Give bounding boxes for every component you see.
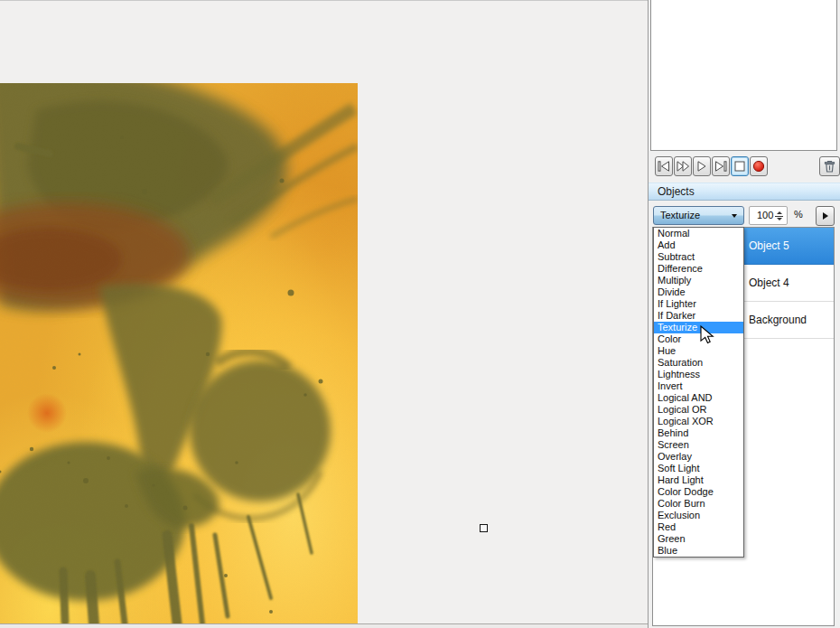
blend-mode-option[interactable]: If Lighter xyxy=(654,298,743,310)
blend-mode-option[interactable]: Hue xyxy=(654,345,743,357)
blend-mode-option[interactable]: Behind xyxy=(654,427,743,439)
selection-handle[interactable] xyxy=(480,524,488,532)
fast-forward-icon xyxy=(677,161,690,172)
objects-panel-controls: Texturize 100 % xyxy=(649,206,840,226)
blend-mode-option[interactable]: Screen xyxy=(654,439,743,451)
blend-mode-option[interactable]: Hard Light xyxy=(654,474,743,486)
stop-icon xyxy=(734,161,745,172)
blend-mode-option[interactable]: Logical XOR xyxy=(654,416,743,427)
transport-controls xyxy=(651,156,839,177)
mouse-cursor xyxy=(700,325,714,349)
blend-mode-option[interactable]: Subtract xyxy=(654,251,743,263)
chevron-down-icon xyxy=(732,214,737,218)
blend-mode-dropdown-list: NormalAddSubtractDifferenceMultiplyDivid… xyxy=(653,227,744,558)
record-button[interactable] xyxy=(750,156,768,176)
blend-mode-value: Texturize xyxy=(660,210,700,220)
watercolor-image xyxy=(0,83,358,623)
app-window: { "workspace": { "artwork_name": "yellow… xyxy=(0,0,840,628)
object-label: Object 4 xyxy=(749,277,789,289)
blend-mode-select[interactable]: Texturize xyxy=(653,206,744,225)
objects-panel-header[interactable]: Objects xyxy=(649,183,840,201)
blend-mode-option[interactable]: Color xyxy=(654,333,743,345)
blend-mode-option[interactable]: Logical AND xyxy=(654,392,743,404)
object-label: Background xyxy=(749,314,807,326)
blend-mode-option[interactable]: Overlay xyxy=(654,451,743,463)
blend-mode-option[interactable]: Divide xyxy=(654,286,743,298)
blend-mode-option[interactable]: Soft Light xyxy=(654,463,743,474)
play-icon xyxy=(696,161,707,172)
blend-mode-option[interactable]: Color Dodge xyxy=(654,486,743,498)
blend-mode-option[interactable]: Color Burn xyxy=(654,498,743,510)
cursor-arrow-icon xyxy=(700,325,714,345)
blend-mode-option[interactable]: If Darker xyxy=(654,310,743,322)
blend-mode-option[interactable]: Green xyxy=(654,533,743,545)
blend-mode-option[interactable]: Invert xyxy=(654,380,743,392)
stop-button[interactable] xyxy=(731,156,749,176)
canvas-workspace[interactable] xyxy=(0,0,648,628)
blend-mode-option[interactable]: Texturize xyxy=(654,322,743,333)
blend-mode-option[interactable]: Normal xyxy=(654,228,743,239)
blend-mode-option[interactable]: Add xyxy=(654,239,743,251)
object-label: Object 5 xyxy=(749,239,789,252)
blend-mode-option[interactable]: Difference xyxy=(654,263,743,275)
skip-to-end-button[interactable] xyxy=(712,156,730,176)
record-icon xyxy=(752,160,765,173)
canvas-artwork[interactable] xyxy=(0,83,358,623)
blend-mode-option[interactable]: Multiply xyxy=(654,275,743,286)
play-button[interactable] xyxy=(693,156,711,176)
blend-mode-option[interactable]: Logical OR xyxy=(654,404,743,416)
trash-icon xyxy=(824,160,835,173)
skip-to-start-icon xyxy=(658,161,670,172)
opacity-value: 100 xyxy=(757,210,773,220)
stepper-icon[interactable] xyxy=(775,211,783,220)
panel-menu-button[interactable] xyxy=(816,206,835,226)
canvas-bottom-edge xyxy=(0,623,648,628)
opacity-field[interactable]: 100 xyxy=(749,206,788,225)
fast-forward-button[interactable] xyxy=(674,156,692,176)
blend-mode-option[interactable]: Blue xyxy=(654,545,743,557)
percent-label: % xyxy=(794,209,803,220)
animation-preview-area[interactable] xyxy=(650,0,837,151)
blend-mode-option[interactable]: Saturation xyxy=(654,357,743,369)
blend-mode-option[interactable]: Lightness xyxy=(654,369,743,380)
delete-button[interactable] xyxy=(819,156,840,176)
skip-to-end-icon xyxy=(714,161,727,172)
blend-mode-option[interactable]: Exclusion xyxy=(654,510,743,521)
skip-to-start-button[interactable] xyxy=(655,156,673,176)
blend-mode-option[interactable]: Red xyxy=(654,521,743,533)
arrow-right-icon xyxy=(823,212,828,220)
